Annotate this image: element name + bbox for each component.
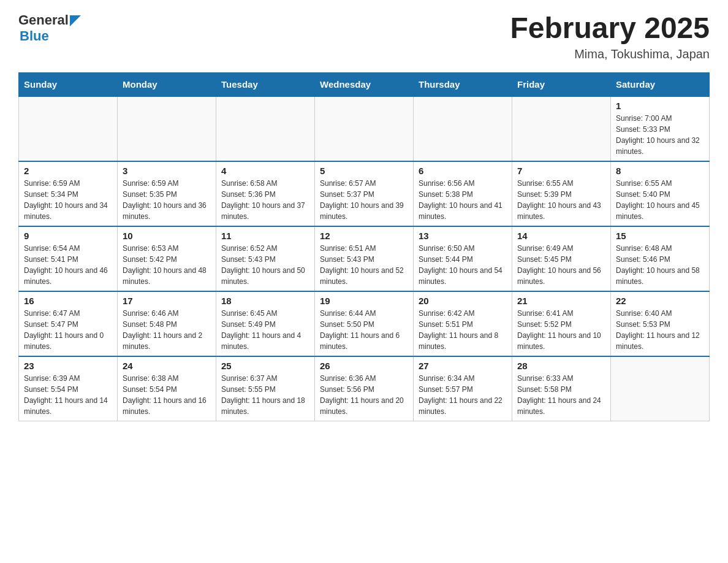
day-info: Sunrise: 6:36 AMSunset: 5:56 PMDaylight:…	[320, 373, 408, 417]
day-number: 3	[123, 166, 211, 176]
calendar-cell: 18Sunrise: 6:45 AMSunset: 5:49 PMDayligh…	[216, 291, 315, 356]
calendar-cell: 7Sunrise: 6:55 AMSunset: 5:39 PMDaylight…	[512, 161, 611, 226]
calendar-cell: 20Sunrise: 6:42 AMSunset: 5:51 PMDayligh…	[414, 291, 512, 356]
day-info: Sunrise: 6:58 AMSunset: 5:36 PMDaylight:…	[221, 178, 309, 222]
calendar-cell: 9Sunrise: 6:54 AMSunset: 5:41 PMDaylight…	[19, 226, 118, 291]
calendar-cell: 24Sunrise: 6:38 AMSunset: 5:54 PMDayligh…	[118, 356, 216, 421]
calendar-cell: 26Sunrise: 6:36 AMSunset: 5:56 PMDayligh…	[315, 356, 414, 421]
logo-arrow-icon	[70, 15, 81, 26]
day-info: Sunrise: 6:59 AMSunset: 5:34 PMDaylight:…	[24, 178, 112, 222]
day-info: Sunrise: 7:00 AMSunset: 5:33 PMDaylight:…	[616, 113, 704, 157]
calendar-location: Mima, Tokushima, Japan	[510, 47, 710, 61]
calendar-week-5: 23Sunrise: 6:39 AMSunset: 5:54 PMDayligh…	[19, 356, 710, 421]
calendar-cell: 23Sunrise: 6:39 AMSunset: 5:54 PMDayligh…	[19, 356, 118, 421]
day-number: 22	[616, 296, 704, 306]
day-info: Sunrise: 6:33 AMSunset: 5:58 PMDaylight:…	[517, 373, 605, 417]
calendar-body: 1Sunrise: 7:00 AMSunset: 5:33 PMDaylight…	[19, 96, 710, 421]
day-number: 27	[419, 361, 507, 371]
day-number: 19	[320, 296, 408, 306]
calendar-cell: 25Sunrise: 6:37 AMSunset: 5:55 PMDayligh…	[216, 356, 315, 421]
day-info: Sunrise: 6:56 AMSunset: 5:38 PMDaylight:…	[419, 178, 507, 222]
day-number: 25	[221, 361, 309, 371]
day-info: Sunrise: 6:53 AMSunset: 5:42 PMDaylight:…	[123, 243, 211, 287]
day-number: 26	[320, 361, 408, 371]
logo-blue-text: Blue	[20, 28, 49, 44]
calendar-table: SundayMondayTuesdayWednesdayThursdayFrid…	[18, 72, 710, 421]
day-info: Sunrise: 6:34 AMSunset: 5:57 PMDaylight:…	[419, 373, 507, 417]
day-number: 11	[221, 231, 309, 241]
weekday-header-thursday: Thursday	[414, 72, 512, 96]
day-info: Sunrise: 6:52 AMSunset: 5:43 PMDaylight:…	[221, 243, 309, 287]
calendar-cell: 4Sunrise: 6:58 AMSunset: 5:36 PMDaylight…	[216, 161, 315, 226]
weekday-header-monday: Monday	[118, 72, 216, 96]
calendar-cell	[19, 96, 118, 161]
day-number: 28	[517, 361, 605, 371]
day-info: Sunrise: 6:49 AMSunset: 5:45 PMDaylight:…	[517, 243, 605, 287]
calendar-cell	[611, 356, 710, 421]
day-number: 21	[517, 296, 605, 306]
title-block: February 2025 Mima, Tokushima, Japan	[510, 12, 710, 61]
day-info: Sunrise: 6:41 AMSunset: 5:52 PMDaylight:…	[517, 308, 605, 352]
calendar-header: SundayMondayTuesdayWednesdayThursdayFrid…	[19, 72, 710, 96]
calendar-cell: 6Sunrise: 6:56 AMSunset: 5:38 PMDaylight…	[414, 161, 512, 226]
day-info: Sunrise: 6:51 AMSunset: 5:43 PMDaylight:…	[320, 243, 408, 287]
weekday-header-friday: Friday	[512, 72, 611, 96]
calendar-cell: 17Sunrise: 6:46 AMSunset: 5:48 PMDayligh…	[118, 291, 216, 356]
day-info: Sunrise: 6:54 AMSunset: 5:41 PMDaylight:…	[24, 243, 112, 287]
calendar-cell: 22Sunrise: 6:40 AMSunset: 5:53 PMDayligh…	[611, 291, 710, 356]
day-number: 8	[616, 166, 704, 176]
calendar-cell: 21Sunrise: 6:41 AMSunset: 5:52 PMDayligh…	[512, 291, 611, 356]
calendar-cell: 13Sunrise: 6:50 AMSunset: 5:44 PMDayligh…	[414, 226, 512, 291]
weekday-header-wednesday: Wednesday	[315, 72, 414, 96]
weekday-header-sunday: Sunday	[19, 72, 118, 96]
weekday-header-saturday: Saturday	[611, 72, 710, 96]
day-info: Sunrise: 6:57 AMSunset: 5:37 PMDaylight:…	[320, 178, 408, 222]
day-info: Sunrise: 6:45 AMSunset: 5:49 PMDaylight:…	[221, 308, 309, 352]
calendar-cell: 5Sunrise: 6:57 AMSunset: 5:37 PMDaylight…	[315, 161, 414, 226]
logo-general-text: General	[18, 12, 69, 28]
day-info: Sunrise: 6:44 AMSunset: 5:50 PMDaylight:…	[320, 308, 408, 352]
page-header: General Blue February 2025 Mima, Tokushi…	[18, 12, 710, 61]
calendar-cell	[414, 96, 512, 161]
calendar-title: February 2025	[510, 12, 710, 45]
calendar-cell: 27Sunrise: 6:34 AMSunset: 5:57 PMDayligh…	[414, 356, 512, 421]
calendar-cell: 2Sunrise: 6:59 AMSunset: 5:34 PMDaylight…	[19, 161, 118, 226]
calendar-week-4: 16Sunrise: 6:47 AMSunset: 5:47 PMDayligh…	[19, 291, 710, 356]
calendar-cell	[216, 96, 315, 161]
calendar-cell: 3Sunrise: 6:59 AMSunset: 5:35 PMDaylight…	[118, 161, 216, 226]
day-number: 17	[123, 296, 211, 306]
weekday-header-tuesday: Tuesday	[216, 72, 315, 96]
calendar-cell: 28Sunrise: 6:33 AMSunset: 5:58 PMDayligh…	[512, 356, 611, 421]
calendar-cell: 1Sunrise: 7:00 AMSunset: 5:33 PMDaylight…	[611, 96, 710, 161]
day-number: 7	[517, 166, 605, 176]
day-info: Sunrise: 6:59 AMSunset: 5:35 PMDaylight:…	[123, 178, 211, 222]
day-number: 18	[221, 296, 309, 306]
calendar-cell: 11Sunrise: 6:52 AMSunset: 5:43 PMDayligh…	[216, 226, 315, 291]
calendar-week-3: 9Sunrise: 6:54 AMSunset: 5:41 PMDaylight…	[19, 226, 710, 291]
day-info: Sunrise: 6:38 AMSunset: 5:54 PMDaylight:…	[123, 373, 211, 417]
day-number: 16	[24, 296, 112, 306]
day-number: 9	[24, 231, 112, 241]
calendar-cell: 14Sunrise: 6:49 AMSunset: 5:45 PMDayligh…	[512, 226, 611, 291]
day-info: Sunrise: 6:50 AMSunset: 5:44 PMDaylight:…	[419, 243, 507, 287]
weekday-header-row: SundayMondayTuesdayWednesdayThursdayFrid…	[19, 72, 710, 96]
calendar-cell	[512, 96, 611, 161]
day-number: 13	[419, 231, 507, 241]
calendar-cell: 12Sunrise: 6:51 AMSunset: 5:43 PMDayligh…	[315, 226, 414, 291]
day-number: 1	[616, 101, 704, 111]
calendar-cell: 8Sunrise: 6:55 AMSunset: 5:40 PMDaylight…	[611, 161, 710, 226]
day-number: 10	[123, 231, 211, 241]
day-info: Sunrise: 6:40 AMSunset: 5:53 PMDaylight:…	[616, 308, 704, 352]
calendar-cell	[118, 96, 216, 161]
calendar-week-2: 2Sunrise: 6:59 AMSunset: 5:34 PMDaylight…	[19, 161, 710, 226]
day-info: Sunrise: 6:55 AMSunset: 5:40 PMDaylight:…	[616, 178, 704, 222]
calendar-cell: 10Sunrise: 6:53 AMSunset: 5:42 PMDayligh…	[118, 226, 216, 291]
day-info: Sunrise: 6:37 AMSunset: 5:55 PMDaylight:…	[221, 373, 309, 417]
calendar-cell: 16Sunrise: 6:47 AMSunset: 5:47 PMDayligh…	[19, 291, 118, 356]
day-number: 12	[320, 231, 408, 241]
day-number: 24	[123, 361, 211, 371]
day-number: 20	[419, 296, 507, 306]
day-number: 23	[24, 361, 112, 371]
day-info: Sunrise: 6:46 AMSunset: 5:48 PMDaylight:…	[123, 308, 211, 352]
day-number: 14	[517, 231, 605, 241]
